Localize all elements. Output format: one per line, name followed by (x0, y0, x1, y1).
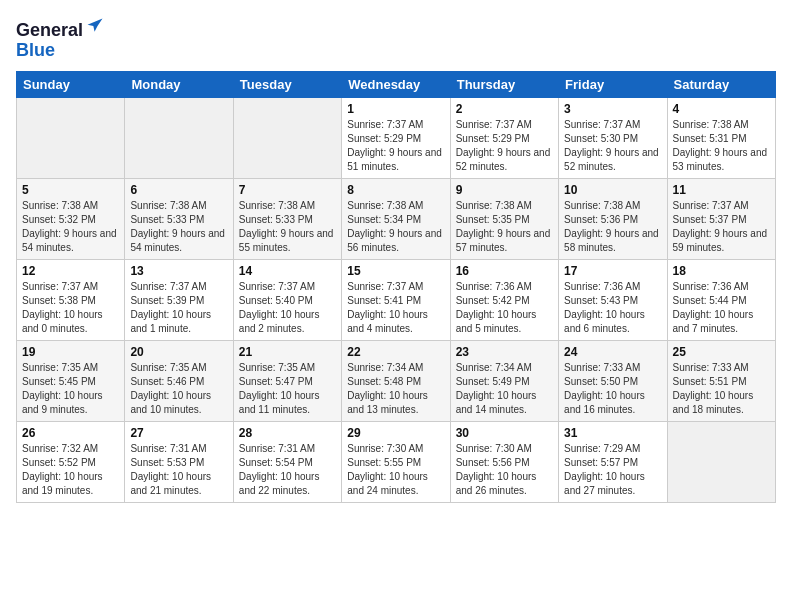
logo: General Blue (16, 16, 105, 61)
calendar-cell: 14Sunrise: 7:37 AMSunset: 5:40 PMDayligh… (233, 259, 341, 340)
day-number: 23 (456, 345, 553, 359)
calendar-cell: 20Sunrise: 7:35 AMSunset: 5:46 PMDayligh… (125, 340, 233, 421)
day-info: Sunrise: 7:38 AMSunset: 5:32 PMDaylight:… (22, 199, 119, 255)
weekday-header-tuesday: Tuesday (233, 71, 341, 97)
calendar-cell: 6Sunrise: 7:38 AMSunset: 5:33 PMDaylight… (125, 178, 233, 259)
day-info: Sunrise: 7:29 AMSunset: 5:57 PMDaylight:… (564, 442, 661, 498)
calendar-cell (667, 421, 775, 502)
calendar-cell: 8Sunrise: 7:38 AMSunset: 5:34 PMDaylight… (342, 178, 450, 259)
calendar-cell: 27Sunrise: 7:31 AMSunset: 5:53 PMDayligh… (125, 421, 233, 502)
calendar-cell: 5Sunrise: 7:38 AMSunset: 5:32 PMDaylight… (17, 178, 125, 259)
calendar-week-4: 19Sunrise: 7:35 AMSunset: 5:45 PMDayligh… (17, 340, 776, 421)
day-info: Sunrise: 7:37 AMSunset: 5:30 PMDaylight:… (564, 118, 661, 174)
day-info: Sunrise: 7:38 AMSunset: 5:34 PMDaylight:… (347, 199, 444, 255)
day-info: Sunrise: 7:35 AMSunset: 5:46 PMDaylight:… (130, 361, 227, 417)
day-info: Sunrise: 7:36 AMSunset: 5:42 PMDaylight:… (456, 280, 553, 336)
day-number: 16 (456, 264, 553, 278)
day-info: Sunrise: 7:37 AMSunset: 5:38 PMDaylight:… (22, 280, 119, 336)
calendar-week-2: 5Sunrise: 7:38 AMSunset: 5:32 PMDaylight… (17, 178, 776, 259)
calendar-cell: 12Sunrise: 7:37 AMSunset: 5:38 PMDayligh… (17, 259, 125, 340)
calendar-cell: 11Sunrise: 7:37 AMSunset: 5:37 PMDayligh… (667, 178, 775, 259)
calendar-cell: 9Sunrise: 7:38 AMSunset: 5:35 PMDaylight… (450, 178, 558, 259)
day-number: 5 (22, 183, 119, 197)
weekday-header-saturday: Saturday (667, 71, 775, 97)
calendar-cell: 22Sunrise: 7:34 AMSunset: 5:48 PMDayligh… (342, 340, 450, 421)
day-info: Sunrise: 7:38 AMSunset: 5:33 PMDaylight:… (130, 199, 227, 255)
day-number: 10 (564, 183, 661, 197)
calendar-cell: 28Sunrise: 7:31 AMSunset: 5:54 PMDayligh… (233, 421, 341, 502)
calendar-cell: 30Sunrise: 7:30 AMSunset: 5:56 PMDayligh… (450, 421, 558, 502)
day-number: 9 (456, 183, 553, 197)
day-number: 7 (239, 183, 336, 197)
day-number: 11 (673, 183, 770, 197)
day-info: Sunrise: 7:35 AMSunset: 5:47 PMDaylight:… (239, 361, 336, 417)
calendar-cell: 19Sunrise: 7:35 AMSunset: 5:45 PMDayligh… (17, 340, 125, 421)
weekday-header-friday: Friday (559, 71, 667, 97)
calendar-cell: 18Sunrise: 7:36 AMSunset: 5:44 PMDayligh… (667, 259, 775, 340)
day-number: 26 (22, 426, 119, 440)
day-number: 2 (456, 102, 553, 116)
day-info: Sunrise: 7:38 AMSunset: 5:35 PMDaylight:… (456, 199, 553, 255)
day-info: Sunrise: 7:31 AMSunset: 5:54 PMDaylight:… (239, 442, 336, 498)
day-number: 15 (347, 264, 444, 278)
day-info: Sunrise: 7:38 AMSunset: 5:36 PMDaylight:… (564, 199, 661, 255)
calendar-cell: 21Sunrise: 7:35 AMSunset: 5:47 PMDayligh… (233, 340, 341, 421)
day-number: 3 (564, 102, 661, 116)
page-header: General Blue (16, 16, 776, 61)
calendar-cell: 15Sunrise: 7:37 AMSunset: 5:41 PMDayligh… (342, 259, 450, 340)
day-info: Sunrise: 7:33 AMSunset: 5:51 PMDaylight:… (673, 361, 770, 417)
day-number: 29 (347, 426, 444, 440)
day-number: 27 (130, 426, 227, 440)
calendar-cell: 25Sunrise: 7:33 AMSunset: 5:51 PMDayligh… (667, 340, 775, 421)
day-info: Sunrise: 7:37 AMSunset: 5:29 PMDaylight:… (456, 118, 553, 174)
day-info: Sunrise: 7:30 AMSunset: 5:55 PMDaylight:… (347, 442, 444, 498)
day-info: Sunrise: 7:38 AMSunset: 5:31 PMDaylight:… (673, 118, 770, 174)
calendar-week-5: 26Sunrise: 7:32 AMSunset: 5:52 PMDayligh… (17, 421, 776, 502)
day-info: Sunrise: 7:37 AMSunset: 5:40 PMDaylight:… (239, 280, 336, 336)
calendar-cell: 23Sunrise: 7:34 AMSunset: 5:49 PMDayligh… (450, 340, 558, 421)
logo-general: General (16, 20, 83, 40)
day-info: Sunrise: 7:37 AMSunset: 5:41 PMDaylight:… (347, 280, 444, 336)
day-info: Sunrise: 7:37 AMSunset: 5:29 PMDaylight:… (347, 118, 444, 174)
day-info: Sunrise: 7:30 AMSunset: 5:56 PMDaylight:… (456, 442, 553, 498)
day-number: 25 (673, 345, 770, 359)
calendar-cell: 7Sunrise: 7:38 AMSunset: 5:33 PMDaylight… (233, 178, 341, 259)
weekday-header-wednesday: Wednesday (342, 71, 450, 97)
calendar-cell: 1Sunrise: 7:37 AMSunset: 5:29 PMDaylight… (342, 97, 450, 178)
day-number: 20 (130, 345, 227, 359)
day-number: 18 (673, 264, 770, 278)
day-info: Sunrise: 7:36 AMSunset: 5:43 PMDaylight:… (564, 280, 661, 336)
day-info: Sunrise: 7:35 AMSunset: 5:45 PMDaylight:… (22, 361, 119, 417)
day-info: Sunrise: 7:36 AMSunset: 5:44 PMDaylight:… (673, 280, 770, 336)
day-number: 19 (22, 345, 119, 359)
weekday-header-sunday: Sunday (17, 71, 125, 97)
calendar-cell: 31Sunrise: 7:29 AMSunset: 5:57 PMDayligh… (559, 421, 667, 502)
day-info: Sunrise: 7:37 AMSunset: 5:39 PMDaylight:… (130, 280, 227, 336)
day-number: 24 (564, 345, 661, 359)
logo-bird-icon (85, 16, 105, 36)
calendar-cell: 29Sunrise: 7:30 AMSunset: 5:55 PMDayligh… (342, 421, 450, 502)
day-number: 30 (456, 426, 553, 440)
day-info: Sunrise: 7:37 AMSunset: 5:37 PMDaylight:… (673, 199, 770, 255)
calendar-cell: 26Sunrise: 7:32 AMSunset: 5:52 PMDayligh… (17, 421, 125, 502)
calendar-cell: 3Sunrise: 7:37 AMSunset: 5:30 PMDaylight… (559, 97, 667, 178)
calendar-cell: 4Sunrise: 7:38 AMSunset: 5:31 PMDaylight… (667, 97, 775, 178)
weekday-header-monday: Monday (125, 71, 233, 97)
day-number: 1 (347, 102, 444, 116)
day-info: Sunrise: 7:38 AMSunset: 5:33 PMDaylight:… (239, 199, 336, 255)
calendar-cell: 16Sunrise: 7:36 AMSunset: 5:42 PMDayligh… (450, 259, 558, 340)
day-number: 21 (239, 345, 336, 359)
calendar-cell (233, 97, 341, 178)
calendar-cell: 17Sunrise: 7:36 AMSunset: 5:43 PMDayligh… (559, 259, 667, 340)
logo-blue: Blue (16, 40, 55, 60)
calendar-cell (125, 97, 233, 178)
calendar-cell: 24Sunrise: 7:33 AMSunset: 5:50 PMDayligh… (559, 340, 667, 421)
day-number: 13 (130, 264, 227, 278)
weekday-header-thursday: Thursday (450, 71, 558, 97)
day-info: Sunrise: 7:33 AMSunset: 5:50 PMDaylight:… (564, 361, 661, 417)
calendar-table: SundayMondayTuesdayWednesdayThursdayFrid… (16, 71, 776, 503)
day-number: 17 (564, 264, 661, 278)
calendar-cell: 2Sunrise: 7:37 AMSunset: 5:29 PMDaylight… (450, 97, 558, 178)
day-number: 14 (239, 264, 336, 278)
calendar-week-1: 1Sunrise: 7:37 AMSunset: 5:29 PMDaylight… (17, 97, 776, 178)
